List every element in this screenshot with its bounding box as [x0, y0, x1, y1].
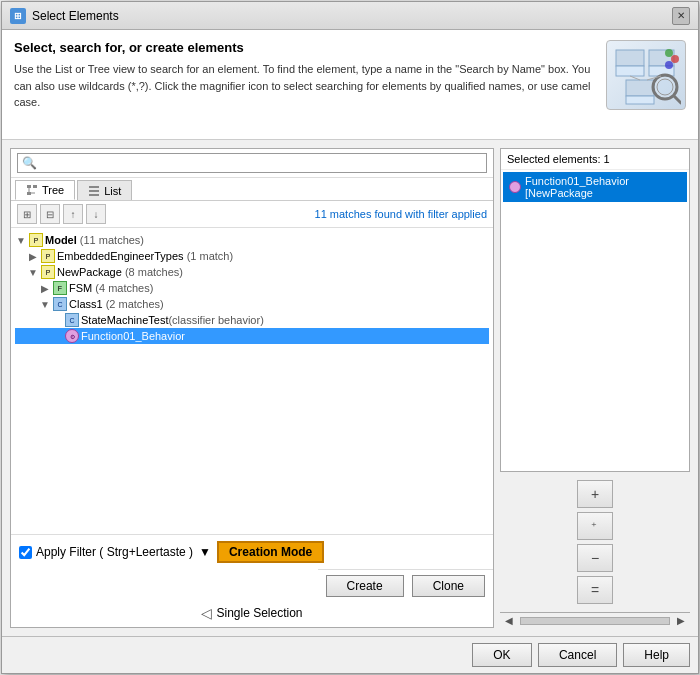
expand-model[interactable]: ▼ — [15, 235, 27, 246]
list-tab-icon — [88, 185, 100, 197]
right-scroll-bar: ◀ ▶ — [500, 612, 690, 628]
expand-class1[interactable]: ▼ — [39, 299, 51, 310]
dialog-footer: OK Cancel Help — [2, 636, 698, 673]
action-buttons-row: Create Clone — [318, 569, 493, 602]
equals-button[interactable]: = — [577, 576, 613, 604]
search-input-wrap[interactable]: 🔍 — [17, 153, 487, 173]
fsm-label: FSM — [69, 282, 92, 294]
expand-fsm[interactable]: ▶ — [39, 283, 51, 294]
apply-filter-checkbox[interactable] — [19, 546, 32, 559]
search-input[interactable] — [40, 156, 482, 170]
dialog-title: Select Elements — [32, 9, 119, 23]
search-bar: 🔍 — [11, 149, 493, 178]
cancel-button[interactable]: Cancel — [538, 643, 617, 667]
tree-item-newpackage[interactable]: ▼ P NewPackage (8 matches) — [15, 264, 489, 280]
embedded-label: EmbeddedEngineerTypes — [57, 250, 184, 262]
ok-button[interactable]: OK — [472, 643, 532, 667]
header-title: Select, search for, or create elements — [14, 40, 594, 55]
expand-newpackage[interactable]: ▼ — [27, 267, 39, 278]
tree-item-embedded[interactable]: ▶ P EmbeddedEngineerTypes (1 match) — [15, 248, 489, 264]
left-panel: 🔍 Tree — [10, 148, 494, 628]
search-icon: 🔍 — [22, 156, 37, 170]
selected-elements-header: Selected elements: 1 — [501, 149, 689, 170]
selected-item-icon — [509, 181, 521, 193]
statemachine-match: (classifier behavior) — [168, 314, 263, 326]
svg-rect-15 — [33, 185, 37, 188]
help-button[interactable]: Help — [623, 643, 690, 667]
tree-content[interactable]: ▼ P Model (11 matches) ▶ P EmbeddedEngin… — [11, 228, 493, 534]
svg-point-7 — [657, 79, 673, 95]
class1-icon: C — [53, 297, 67, 311]
tree-item-fsm[interactable]: ▶ F FSM (4 matches) — [15, 280, 489, 296]
newpackage-match: (8 matches) — [122, 266, 183, 278]
svg-rect-19 — [89, 186, 99, 188]
function01-label: Function01_Behavior — [81, 330, 185, 342]
scroll-left-arrow[interactable]: ◀ — [502, 615, 516, 626]
header-text: Select, search for, or create elements U… — [14, 40, 594, 111]
title-bar-left: ⊞ Select Elements — [10, 8, 119, 24]
main-content: 🔍 Tree — [2, 140, 698, 636]
header-image — [606, 40, 686, 110]
move-up-button[interactable]: ↑ — [63, 204, 83, 224]
tab-list-label: List — [104, 185, 121, 197]
expand-all-button[interactable]: ⊞ — [17, 204, 37, 224]
expand-embedded[interactable]: ▶ — [27, 251, 39, 262]
tree-item-statemachinetest[interactable]: C StateMachineTest (classifier behavior) — [15, 312, 489, 328]
class1-label: Class1 — [69, 298, 103, 310]
svg-line-8 — [674, 96, 681, 103]
tab-list[interactable]: List — [77, 180, 132, 200]
add-alt-button[interactable]: ⁺ — [577, 512, 613, 540]
filter-funnel-icon: ▼ — [199, 545, 211, 559]
create-button[interactable]: Create — [326, 575, 404, 597]
svg-rect-1 — [616, 66, 644, 76]
filter-suffix: with filter applied — [405, 208, 487, 220]
model-package-icon: P — [29, 233, 43, 247]
svg-rect-14 — [27, 185, 31, 188]
svg-point-13 — [665, 61, 673, 69]
statemachine-icon: C — [65, 313, 79, 327]
svg-rect-5 — [626, 96, 654, 104]
add-button[interactable]: + — [577, 480, 613, 508]
fsm-match: (4 matches) — [92, 282, 153, 294]
creation-mode-button[interactable]: Creation Mode — [217, 541, 324, 563]
newpackage-icon: P — [41, 265, 55, 279]
model-label: Model — [45, 234, 77, 246]
right-panel: Selected elements: 1 Function01_Behavior… — [500, 148, 690, 628]
tree-item-model[interactable]: ▼ P Model (11 matches) — [15, 232, 489, 248]
newpackage-label: NewPackage — [57, 266, 122, 278]
selected-element-item[interactable]: Function01_Behavior [NewPackage — [503, 172, 687, 202]
tab-tree[interactable]: Tree — [15, 180, 75, 200]
clone-button[interactable]: Clone — [412, 575, 485, 597]
function01-icon: ⚙ — [65, 329, 79, 343]
close-button[interactable]: ✕ — [672, 7, 690, 25]
tabs-row: Tree List — [11, 178, 493, 201]
match-count: 11 matches found — [315, 208, 402, 220]
action-btns-panel: + ⁺ − = — [500, 476, 690, 608]
selected-item-label: Function01_Behavior [NewPackage — [525, 175, 681, 199]
svg-point-11 — [665, 49, 673, 57]
selection-arrow-icon: ◁ — [201, 605, 212, 621]
move-down-button[interactable]: ↓ — [86, 204, 106, 224]
remove-button[interactable]: − — [577, 544, 613, 572]
tab-tree-label: Tree — [42, 184, 64, 196]
collapse-all-button[interactable]: ⊟ — [40, 204, 60, 224]
single-selection-label: Single Selection — [216, 606, 302, 620]
tree-item-class1[interactable]: ▼ C Class1 (2 matches) — [15, 296, 489, 312]
title-bar: ⊞ Select Elements ✕ — [2, 2, 698, 30]
model-match: (11 matches) — [77, 234, 144, 246]
apply-filter-label: Apply Filter ( Strg+Leertaste ) — [36, 545, 193, 559]
svg-rect-20 — [89, 190, 99, 192]
scroll-thumb[interactable] — [520, 617, 670, 625]
header-description: Use the List or Tree view to search for … — [14, 61, 594, 111]
apply-filter-wrap: Apply Filter ( Strg+Leertaste ) ▼ — [19, 545, 211, 559]
expand-statemachine — [51, 315, 63, 326]
fsm-icon: F — [53, 281, 67, 295]
select-elements-dialog: ⊞ Select Elements ✕ Select, search for, … — [1, 1, 699, 674]
class1-match: (2 matches) — [103, 298, 164, 310]
header-section: Select, search for, or create elements U… — [2, 30, 698, 140]
svg-point-12 — [671, 55, 679, 63]
tree-item-function01[interactable]: ⚙ Function01_Behavior — [15, 328, 489, 344]
dialog-icon: ⊞ — [10, 8, 26, 24]
scroll-right-arrow[interactable]: ▶ — [674, 615, 688, 626]
expand-function01 — [51, 331, 63, 342]
